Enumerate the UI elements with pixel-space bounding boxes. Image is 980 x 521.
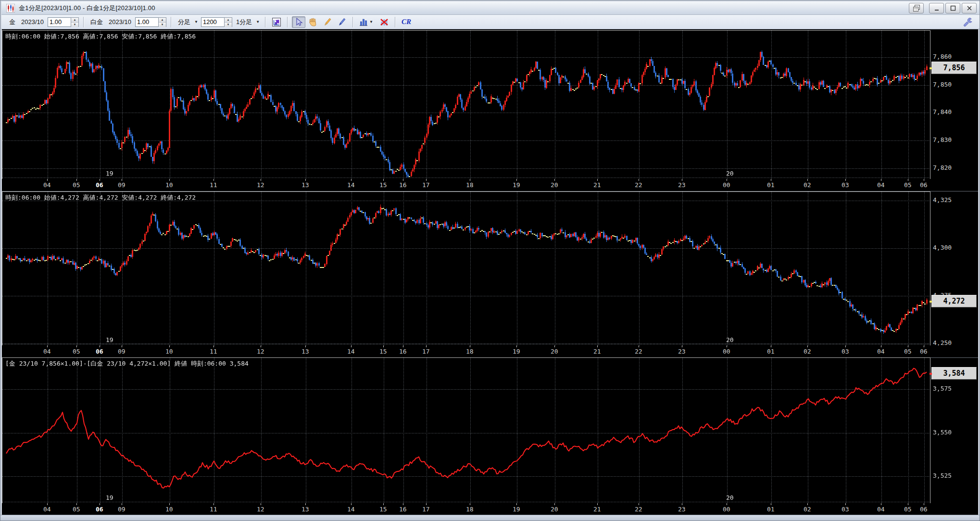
title-bar[interactable]: 金1分足[2023/10]1.00 - 白金1分足[2023/10]1.00 — [1, 1, 980, 15]
x-axis-hour-label: 17 — [422, 348, 430, 355]
x-axis-hour-label: 21 — [593, 348, 601, 355]
spread-price-axis: 3,5753,5503,5253,584 — [931, 357, 978, 503]
x-axis-hour-label: 02 — [804, 348, 811, 355]
y-axis-tick-label: 4,325 — [933, 196, 952, 203]
candlestick-app-icon — [6, 4, 15, 13]
x-axis-hour-label: 10 — [165, 506, 173, 513]
chevron-down-icon[interactable]: ▼ — [256, 20, 260, 24]
spread-line-chart[interactable] — [2, 357, 930, 504]
draw-marker-button[interactable] — [335, 16, 349, 28]
x-axis-hour-label: 09 — [118, 181, 126, 189]
x-axis-hour-label: 02 — [804, 506, 811, 513]
x-axis-hour-label: 17 — [422, 181, 430, 189]
x-axis-hour-label: 00 — [723, 181, 730, 189]
x-axis-hour-label: 06 — [920, 506, 928, 513]
x-axis-hour-label: 06 — [920, 348, 928, 355]
x-axis-hour-label: 21 — [593, 506, 601, 513]
x-axis-hour-label: 04 — [43, 506, 51, 513]
bar-count-spinner: ▲▼ — [201, 17, 232, 27]
spin-up-icon[interactable]: ▲ — [71, 18, 78, 23]
x-axis-hour-label: 13 — [302, 506, 309, 513]
x-axis-hour-label: 09 — [118, 506, 126, 513]
select-cursor-button[interactable] — [292, 16, 305, 28]
x-axis-hour-label: 05 — [904, 506, 912, 513]
x-axis-hour-label: 05 — [904, 181, 912, 189]
y-axis-tick-label: 3,575 — [933, 385, 952, 392]
x-axis-hour-label: 06 — [920, 181, 928, 189]
y-axis-tick-label: 7,850 — [933, 81, 952, 88]
x-axis-hour-label: 23 — [678, 348, 686, 355]
chart-app-window: 金1分足[2023/10]1.00 - 白金1分足[2023/10]1.00 金… — [0, 0, 980, 521]
x-axis-hour-label: 10 — [165, 348, 173, 355]
spin-down-icon[interactable]: ▼ — [159, 23, 166, 27]
chart-region: 時刻:06:00 始値:7,856 高値:7,856 安値:7,856 終値:7… — [2, 29, 978, 515]
platinum-multiplier-input[interactable] — [135, 17, 158, 27]
x-axis-hour-label: 12 — [257, 506, 264, 513]
platinum-candlestick-chart[interactable] — [2, 191, 930, 346]
chevron-down-icon[interactable]: ▼ — [194, 20, 198, 24]
cr-tool-button[interactable]: CR — [400, 16, 413, 28]
window-bottom-border — [0, 515, 980, 521]
spread-info: [金 23/10 7,856×1.00]-[白金 23/10 4,272×1.0… — [5, 359, 249, 368]
x-axis-hour-label: 18 — [466, 181, 474, 189]
platinum-time-axis: 0405060910111213141516171819202122230001… — [2, 345, 978, 358]
spin-up-icon[interactable]: ▲ — [159, 18, 166, 23]
x-axis-hour-label: 23 — [678, 181, 686, 189]
draw-pencil-button[interactable] — [321, 16, 334, 28]
platinum-symbol-label: 白金 — [90, 18, 103, 26]
chart-style-dropdown-button[interactable]: ▼ — [357, 16, 377, 28]
platinum-contract-month: 2023/10 — [109, 18, 131, 25]
maximize-button[interactable] — [945, 3, 960, 13]
gold-candlestick-chart[interactable] — [2, 30, 930, 179]
x-axis-hour-label: 20 — [551, 181, 558, 189]
x-axis-hour-label: 04 — [877, 506, 885, 513]
x-axis-hour-label: 17 — [422, 506, 430, 513]
gold-multiplier-input[interactable] — [48, 17, 71, 27]
spin-up-icon[interactable]: ▲ — [225, 18, 232, 23]
float-window-button[interactable] — [909, 3, 924, 13]
x-axis-hour-label: 19 — [513, 181, 520, 189]
spin-down-icon[interactable]: ▼ — [71, 23, 78, 27]
platinum-ohlc-info: 時刻:06:00 始値:4,272 高値:4,272 安値:4,272 終値:4… — [5, 193, 196, 202]
x-axis-hour-label: 19 — [513, 506, 520, 513]
toolbar: 金 2023/10 ▲▼ 白金 2023/10 ▲▼ 分足 ▼ ▲▼ 1分足 ▼ — [1, 15, 980, 29]
x-axis-hour-label: 06 — [96, 181, 103, 189]
gold-candle-panel: 時刻:06:00 始値:7,856 高値:7,856 安値:7,856 終値:7… — [2, 30, 978, 191]
x-axis-hour-label: 02 — [804, 181, 811, 189]
interval-dropdown[interactable]: 1分足 — [236, 18, 252, 26]
x-axis-hour-label: 04 — [877, 181, 885, 189]
x-axis-hour-label: 04 — [43, 181, 51, 189]
x-axis-hour-label: 21 — [593, 181, 601, 189]
current-price-marker-icon — [930, 301, 932, 303]
spin-down-icon[interactable]: ▼ — [225, 23, 232, 27]
current-price-label: 4,272 — [931, 295, 977, 307]
chart-settings-button[interactable] — [270, 16, 283, 28]
bar-count-input[interactable] — [201, 17, 224, 27]
pan-hand-button[interactable] — [306, 16, 320, 28]
clear-indicator-button[interactable] — [377, 16, 391, 28]
x-axis-hour-label: 23 — [678, 506, 686, 513]
toolbar-separator — [265, 17, 266, 27]
x-axis-hour-label: 22 — [635, 348, 642, 355]
minimize-button[interactable] — [929, 3, 944, 13]
close-button[interactable] — [962, 3, 977, 13]
x-axis-hour-label: 03 — [842, 348, 849, 355]
current-price-marker-icon — [930, 67, 932, 69]
toolbar-separator — [287, 17, 288, 27]
x-axis-hour-label: 03 — [842, 506, 849, 513]
chevron-down-icon[interactable]: ▼ — [369, 20, 373, 24]
settings-wrench-button[interactable] — [961, 16, 975, 28]
bar-type-dropdown[interactable]: 分足 — [178, 18, 190, 26]
toolbar-separator — [352, 17, 353, 27]
x-axis-hour-label: 11 — [210, 506, 217, 513]
x-axis-hour-label: 11 — [210, 181, 217, 189]
x-axis-hour-label: 03 — [842, 181, 849, 189]
x-axis-hour-label: 09 — [118, 348, 126, 355]
x-axis-hour-label: 06 — [96, 506, 103, 513]
toolbar-separator — [171, 17, 172, 27]
x-axis-hour-label: 16 — [399, 181, 407, 189]
x-axis-hour-label: 11 — [210, 348, 217, 355]
gold-time-axis: 0405060910111213141516171819202122230001… — [2, 179, 978, 191]
x-axis-hour-label: 00 — [723, 506, 730, 513]
gold-price-axis: 7,8607,8507,8407,8307,8207,856 — [931, 30, 978, 178]
